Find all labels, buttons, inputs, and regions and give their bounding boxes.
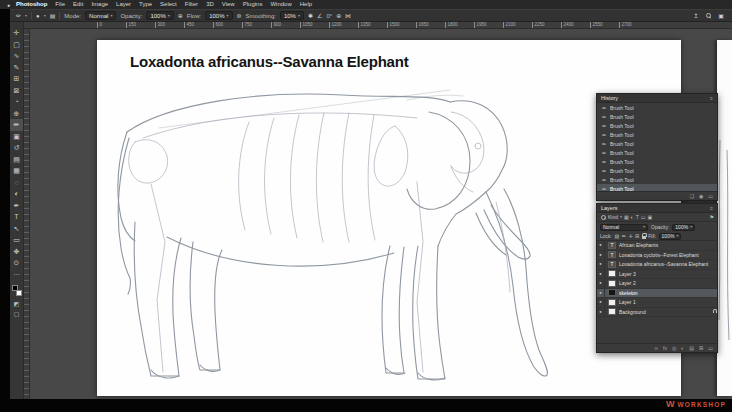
layer-row[interactable]: ● T Background [597,308,717,318]
vertical-ruler[interactable] [24,29,30,399]
visibility-toggle[interactable]: ● [597,251,605,260]
smoothing-options-gear-icon[interactable]: ✱ [308,13,313,19]
layer-row[interactable]: ● T Loxadonta africanus--Savanna Elephan… [597,260,717,270]
layer-fill-dropdown[interactable]: 100% ▾ [659,233,682,240]
filter-shape-icon[interactable]: ▭ [641,215,646,220]
blend-mode-dropdown[interactable]: Normal ▾ [85,11,116,20]
airbrush-icon[interactable]: ⊚ [237,13,242,19]
visibility-toggle[interactable]: ● [597,279,605,288]
new-layer-icon[interactable]: ⊞ [699,346,703,351]
menu-item[interactable]: Filter [181,0,202,9]
move-tool[interactable]: ✛ [10,27,23,39]
delete-layer-icon[interactable]: ▭ [708,346,713,351]
search-icon[interactable] [705,13,711,19]
gradient-tool[interactable]: ▦ [10,165,23,177]
layer-name[interactable]: Background [619,309,709,315]
filter-toggle-flag-icon[interactable]: ⚑ [710,215,714,220]
visibility-toggle[interactable]: ● [597,270,605,279]
pressure-opacity-icon[interactable]: ⊕ [178,13,183,19]
layer-row[interactable]: ● T Layer 1 [597,298,717,308]
layer-name[interactable]: African Elephants [619,242,714,248]
text-layer-thumbnail[interactable]: T [608,251,616,258]
menu-item[interactable]: File [51,0,69,9]
menu-item[interactable]: 3D [202,0,218,9]
crop-tool[interactable]: ⊞ [10,73,23,85]
visibility-toggle[interactable]: ● [597,308,605,317]
menu-item[interactable]: Photoshop [12,0,51,9]
rectangular-marquee-tool[interactable]: ▢ [10,39,23,51]
pen-tool[interactable]: ✒ [10,200,23,212]
visibility-toggle[interactable]: ● [597,260,605,269]
path-selection-tool[interactable]: ↖ [10,223,23,235]
layer-thumbnail[interactable] [608,299,616,306]
menu-item[interactable]: Help [296,0,316,9]
adjustment-layer-icon[interactable]: ◐ [681,346,684,351]
shape-tool[interactable]: ▭ [10,234,23,246]
filter-type-icon[interactable]: T [636,215,639,220]
tool-preset-caret-icon[interactable]: ▾ [25,14,27,18]
clone-stamp-tool[interactable]: ▣ [10,131,23,143]
layer-thumbnail[interactable] [608,280,616,287]
layer-row[interactable]: ● T Loxadonta cyclotis--Forest Elephant [597,251,717,261]
filter-adjustment-icon[interactable]: ◐ [631,215,634,220]
filter-kind-label[interactable]: Kind [608,214,618,220]
blur-tool[interactable]: ◌ [10,177,23,189]
lock-artboard-icon[interactable]: ⊞ [635,234,639,239]
menu-item[interactable]: Window [266,0,295,9]
workspace-switcher-icon[interactable]: ▣ [718,13,724,19]
eraser-tool[interactable]: ▤ [10,154,23,166]
opacity-dropdown[interactable]: 100% ▾ [146,11,173,20]
apple-menu-icon[interactable]: ● [7,2,10,8]
panel-menu-icon[interactable]: ≡ [710,95,713,101]
menu-item[interactable]: Layer [112,0,135,9]
menu-item[interactable]: Edit [69,0,87,9]
filter-pixel-icon[interactable]: ▦ [624,215,629,220]
history-state-row[interactable]: ✏ Brush Tool [597,103,717,112]
history-state-row[interactable]: ✏ Brush Tool [597,157,717,166]
text-layer-thumbnail[interactable]: T [608,242,616,249]
add-mask-icon[interactable]: ◎ [672,346,676,351]
lasso-tool[interactable]: ∿ [10,50,23,62]
layer-thumbnail[interactable] [608,270,616,277]
chevron-down-icon[interactable]: ▾ [620,215,622,219]
canvas[interactable]: Loxadonta africanus--Savanna Elephant [97,40,681,396]
spot-healing-tool[interactable]: ⊕ [10,108,23,120]
layer-name[interactable]: Loxadonta africanus--Savanna Elephant [619,261,714,267]
menu-item[interactable]: View [218,0,239,9]
horizontal-ruler[interactable]: 0 150 300 450 600 750 900 1050 1200 1350… [24,22,732,29]
new-snapshot-icon[interactable]: ◉ [699,194,703,199]
history-state-row[interactable]: ✏ Brush Tool [597,130,717,139]
share-icon[interactable]: ↥ [693,13,698,19]
type-tool[interactable]: T [10,211,23,223]
history-brush-tool[interactable]: ↺ [10,142,23,154]
screen-mode-button[interactable]: ▢ [10,308,23,318]
second-document-edge[interactable] [717,40,732,396]
frame-tool[interactable]: ⊠ [10,85,23,97]
visibility-toggle[interactable]: ● [597,289,605,298]
quick-selection-tool[interactable]: ✎ [10,62,23,74]
layer-row[interactable]: ● T Layer 3 [597,270,717,280]
active-tool-icon[interactable]: ✏ [16,13,21,19]
flow-dropdown[interactable]: 100% ▾ [205,11,232,20]
history-state-row[interactable]: ✏ Brush Tool [597,121,717,130]
link-layers-icon[interactable]: ∞ [654,346,658,351]
visibility-toggle[interactable]: ● [597,298,605,307]
symmetry-icon[interactable]: ⋈ [345,13,351,19]
delete-state-icon[interactable]: ▭ [708,194,713,199]
foreground-color-swatch[interactable] [12,285,18,291]
history-state-row[interactable]: ✏ Brush Tool [597,148,717,157]
layer-opacity-dropdown[interactable]: 100% ▾ [672,224,695,231]
history-state-row[interactable]: ✏ Brush Tool [597,166,717,175]
brush-angle-value[interactable]: 0° [326,13,332,19]
lock-pixels-icon[interactable]: ✏ [622,234,626,239]
layer-blend-mode-dropdown[interactable]: Normal ▾ [600,224,648,231]
layer-thumbnail[interactable] [608,308,616,315]
menu-item[interactable]: Image [87,0,112,9]
new-group-icon[interactable]: ▤ [689,346,694,351]
layer-thumbnail[interactable] [608,289,616,296]
new-document-from-state-icon[interactable]: ❏ [689,194,693,199]
menu-item[interactable]: Type [135,0,156,9]
pressure-size-icon[interactable]: ⊕ [336,13,341,19]
history-state-row[interactable]: ✏ Brush Tool [597,139,717,148]
panel-menu-icon[interactable]: ≡ [710,205,713,211]
